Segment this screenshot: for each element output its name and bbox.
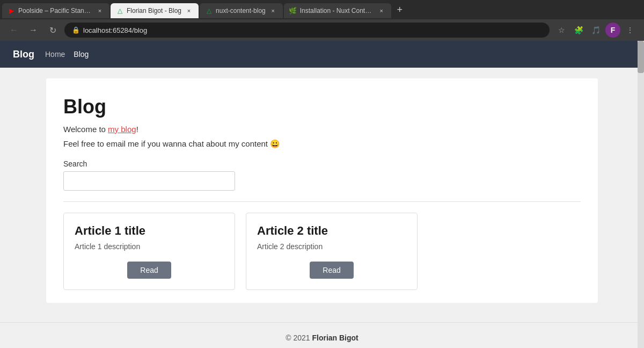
new-tab-button[interactable]: + <box>392 2 407 17</box>
footer-author: Florian Bigot <box>312 334 358 342</box>
article-card-1: Article 1 title Article 1 description Re… <box>63 213 235 290</box>
article-1-read-button[interactable]: Read <box>127 262 171 279</box>
tab-title-1: Poolside – Pacific Standard T <box>18 7 92 15</box>
url-bar[interactable]: 🔒 localhost:65284/blog <box>64 23 550 38</box>
tab-title-3: nuxt-content-blog <box>216 7 266 15</box>
article-1-title: Article 1 title <box>75 224 224 238</box>
tab-title-4: Installation - Nuxt Content <box>300 7 374 15</box>
blog-email-line: Feel free to email me if you wanna chat … <box>63 139 581 149</box>
tab-close-2[interactable]: × <box>185 6 193 15</box>
scrollbar-thumb[interactable] <box>638 41 644 73</box>
site-nav: Blog Home Blog <box>0 41 644 68</box>
nav-link-home[interactable]: Home <box>45 50 65 59</box>
tab-poolside[interactable]: ▶ Poolside – Pacific Standard T × <box>2 3 109 18</box>
media-icon[interactable]: 🎵 <box>588 23 603 38</box>
tab-favicon-4: 🌿 <box>289 7 297 15</box>
menu-icon[interactable]: ⋮ <box>623 23 638 38</box>
tab-favicon-1: ▶ <box>8 7 15 15</box>
my-blog-link[interactable]: my blog <box>108 125 136 134</box>
tab-close-3[interactable]: × <box>269 6 277 15</box>
site-brand: Blog <box>13 49 34 60</box>
lock-icon: 🔒 <box>72 26 80 34</box>
tab-close-1[interactable]: × <box>96 6 104 15</box>
blog-subtitle: Welcome to my blog! <box>63 125 581 134</box>
divider <box>63 201 581 202</box>
site-footer: © 2021 Florian Bigot <box>0 322 644 348</box>
extensions-icon[interactable]: 🧩 <box>571 23 586 38</box>
tab-title-2: Florian Bigot - Blog <box>127 7 181 15</box>
content-card: Blog Welcome to my blog! Feel free to em… <box>46 78 598 303</box>
article-card-2: Article 2 title Article 2 description Re… <box>246 213 418 290</box>
article-2-title: Article 2 title <box>257 224 406 238</box>
blog-heading: Blog <box>63 96 581 118</box>
tab-florian-blog[interactable]: △ Florian Bigot - Blog × <box>111 3 199 18</box>
article-2-description: Article 2 description <box>257 242 406 251</box>
search-label: Search <box>63 160 581 168</box>
tab-favicon-2: △ <box>116 7 123 15</box>
article-2-read-button[interactable]: Read <box>310 262 353 279</box>
main-content: Blog Welcome to my blog! Feel free to em… <box>38 68 606 322</box>
url-text: localhost:65284/blog <box>83 26 147 34</box>
articles-grid: Article 1 title Article 1 description Re… <box>63 213 581 290</box>
tab-favicon-3: △ <box>205 7 213 15</box>
browser-chrome: ▶ Poolside – Pacific Standard T × △ Flor… <box>0 0 644 41</box>
page-wrapper: Blog Home Blog Blog Welcome to my blog! … <box>0 41 644 348</box>
footer-text: © 2021 Florian Bigot <box>286 334 358 342</box>
tab-close-4[interactable]: × <box>377 6 386 15</box>
profile-icon[interactable]: F <box>605 23 620 38</box>
reload-button[interactable]: ↻ <box>45 23 60 38</box>
nav-link-blog[interactable]: Blog <box>74 50 89 59</box>
tab-nuxt-content-blog[interactable]: △ nuxt-content-blog × <box>200 3 283 18</box>
scrollbar-track[interactable] <box>638 41 644 348</box>
article-1-description: Article 1 description <box>75 242 224 251</box>
tab-installation-nuxt[interactable]: 🌿 Installation - Nuxt Content × <box>284 3 391 18</box>
address-bar: ← → ↻ 🔒 localhost:65284/blog ☆ 🧩 🎵 F ⋮ <box>0 19 644 41</box>
footer-copyright: © 2021 <box>286 334 312 342</box>
site-nav-links: Home Blog <box>45 50 89 59</box>
forward-button[interactable]: → <box>26 23 41 38</box>
search-input[interactable] <box>63 171 235 191</box>
toolbar-icons: ☆ 🧩 🎵 F ⋮ <box>554 23 638 38</box>
back-button[interactable]: ← <box>6 23 21 38</box>
tab-bar: ▶ Poolside – Pacific Standard T × △ Flor… <box>0 0 644 19</box>
bookmark-icon[interactable]: ☆ <box>554 23 569 38</box>
